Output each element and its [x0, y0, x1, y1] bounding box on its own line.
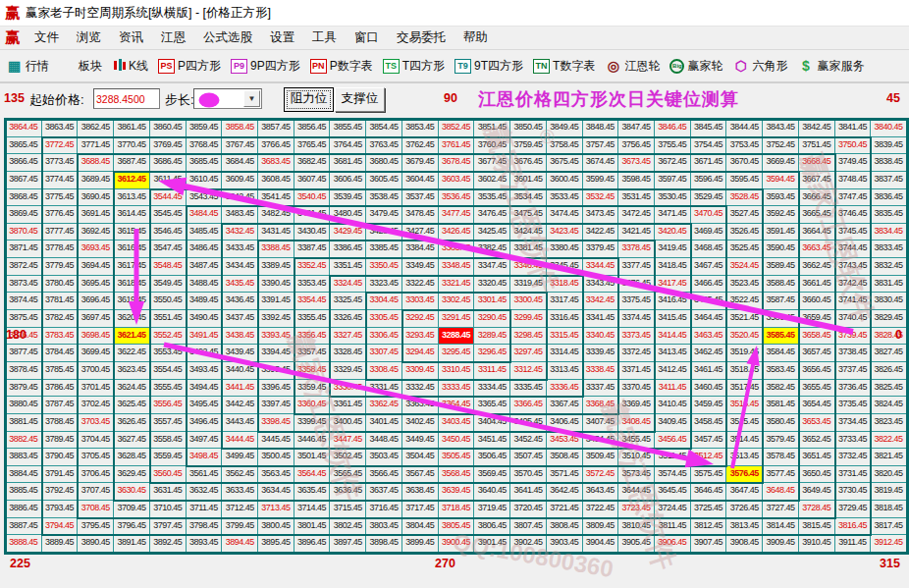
- angle-label-315: 315: [880, 557, 900, 570]
- start-price-input[interactable]: [93, 88, 160, 109]
- toolbar-label: 六角形: [752, 58, 787, 75]
- grid-cell: 3616.45: [114, 241, 150, 258]
- grid-cell: 3872.45: [6, 258, 42, 276]
- grid-cell: 3797.45: [150, 518, 187, 536]
- grid-cell: 3665.45: [799, 206, 835, 224]
- toolbar-button-江恩轮[interactable]: ◎江恩轮: [603, 56, 662, 77]
- toolbar-button-板块[interactable]: 板块: [57, 56, 104, 77]
- grid-cell: 3799.45: [222, 518, 258, 536]
- grid-cell: 3298.45: [510, 328, 547, 346]
- grid-cell: 3782.45: [42, 310, 79, 328]
- grid-cell: 3531.45: [618, 189, 655, 207]
- grid-cell: 3444.45: [222, 432, 258, 450]
- menu-item-公式选股[interactable]: 公式选股: [194, 27, 261, 48]
- grid-cell: 3646.45: [691, 483, 727, 501]
- grid-cell: 3562.45: [222, 466, 258, 484]
- resistance-button[interactable]: 阻力位: [284, 87, 334, 112]
- grid-cell: 3376.45: [618, 276, 655, 294]
- toolbar-button-六角形[interactable]: ⬡六角形: [730, 56, 789, 77]
- grid-cell: 3831.45: [871, 276, 907, 294]
- grid-cell: 3307.45: [366, 345, 402, 362]
- menu-item-设置[interactable]: 设置: [261, 27, 303, 48]
- grid-cell: 3476.45: [474, 206, 510, 224]
- grid-cell: 3635.45: [294, 483, 331, 501]
- grid-cell: 3725.45: [691, 501, 727, 518]
- grid-cell: 3726.45: [726, 501, 763, 518]
- toolbar-button-T四方形[interactable]: TST四方形: [381, 56, 447, 77]
- ninep-square-icon: P9: [231, 59, 247, 74]
- grid-cell: 3439.45: [222, 345, 258, 362]
- grid-cell: 3850.45: [510, 120, 547, 137]
- grid-cell: 3909.45: [763, 535, 799, 553]
- step-dropdown[interactable]: ▼: [193, 88, 262, 109]
- grid-cell: 3423.45: [547, 224, 583, 241]
- menu-item-窗口[interactable]: 窗口: [346, 27, 388, 48]
- grid-cell: 3535.45: [474, 189, 510, 207]
- menu-item-文件[interactable]: 文件: [26, 27, 68, 48]
- menu-item-帮助[interactable]: 帮助: [454, 27, 497, 48]
- menu-item-浏览[interactable]: 浏览: [68, 27, 110, 48]
- grid-cell: 3595.45: [726, 172, 763, 189]
- toolbar-label: 9T四方形: [474, 58, 523, 75]
- grid-cell: 3363.45: [402, 397, 439, 414]
- grid-cell: 3656.45: [799, 362, 835, 380]
- grid-cell: 3676.45: [510, 154, 547, 172]
- grid-cell: 3426.45: [439, 224, 475, 241]
- menu-item-工具[interactable]: 工具: [303, 27, 346, 48]
- toolbar-button-P四方形[interactable]: PSP四方形: [156, 56, 223, 77]
- grid-cell: 3804.45: [402, 518, 439, 536]
- grid-cell: 3425.45: [474, 224, 510, 241]
- grid-cell: 3402.45: [402, 414, 439, 432]
- chevron-down-icon[interactable]: ▼: [243, 90, 260, 107]
- grid-cell: 3571.45: [547, 466, 583, 484]
- grid-cell: 3610.45: [187, 172, 223, 189]
- grid-cell: 3654.45: [799, 397, 835, 414]
- blocks-icon: [59, 59, 76, 74]
- grid-cell: 3717.45: [402, 501, 439, 518]
- grid-cell: 3359.45: [294, 380, 331, 398]
- grid-cell: 3563.45: [258, 466, 294, 484]
- toolbar-button-赢家轮[interactable]: Big赢家轮: [668, 56, 724, 77]
- grid-cell: 3511.45: [655, 449, 691, 466]
- angle-label-225: 225: [10, 557, 30, 570]
- grid-cell: 3734.45: [835, 414, 872, 432]
- menu-item-交易委托[interactable]: 交易委托: [388, 27, 454, 48]
- grid-cell: 3699.45: [78, 345, 114, 362]
- grid-cell: 3460.45: [691, 380, 727, 398]
- grid-cell: 3721.45: [547, 501, 583, 518]
- grid-cell: 3477.45: [439, 206, 475, 224]
- grid-cell: 3388.45: [258, 241, 294, 258]
- grid-cell: 3628.45: [114, 449, 150, 466]
- grid-cell: 3568.45: [439, 466, 475, 484]
- grid-cell: 3832.45: [871, 258, 907, 276]
- grid-cell: 3662.45: [799, 258, 835, 276]
- toolbar-button-9T四方形[interactable]: T99T四方形: [453, 56, 525, 77]
- grid-cell: 3551.45: [150, 310, 187, 328]
- grid-cell: 3565.45: [330, 466, 366, 484]
- grid-cell: 3781.45: [42, 293, 79, 310]
- menu-item-江恩[interactable]: 江恩: [152, 27, 194, 48]
- grid-cell: 3834.45: [871, 224, 907, 241]
- toolbar-button-P数字表[interactable]: PNP数字表: [308, 56, 375, 77]
- grid-cell: 3456.45: [655, 432, 691, 450]
- toolbar-button-9P四方形[interactable]: P99P四方形: [229, 56, 302, 77]
- support-button[interactable]: 支撑位: [335, 87, 385, 112]
- toolbar-button-T数字表[interactable]: TNT数字表: [531, 56, 597, 77]
- toolbar-button-K线[interactable]: K线: [110, 56, 150, 77]
- grid-cell: 3765.45: [294, 137, 331, 155]
- menu-logo-icon: 赢: [5, 28, 20, 47]
- grid-cell: 3588.45: [763, 276, 799, 294]
- grid-cell: 3605.45: [366, 172, 402, 189]
- grid-cell: 3755.45: [655, 137, 691, 155]
- grid-cell: 3507.45: [510, 449, 547, 466]
- toolbar-button-赢家服务[interactable]: $赢家服务: [795, 56, 866, 77]
- menu-item-资讯[interactable]: 资讯: [110, 27, 152, 48]
- toolbar-button-行情[interactable]: ▦行情: [4, 56, 51, 77]
- grid-cell: 3708.45: [78, 501, 114, 518]
- grid-cell: 3566.45: [366, 466, 402, 484]
- grid-cell: 3722.45: [583, 501, 619, 518]
- grid-cell: 3768.45: [187, 137, 223, 155]
- grid-cell: 3843.45: [763, 120, 799, 137]
- grid-cell: 3908.45: [726, 535, 763, 553]
- grid-cell: 3789.45: [42, 432, 79, 450]
